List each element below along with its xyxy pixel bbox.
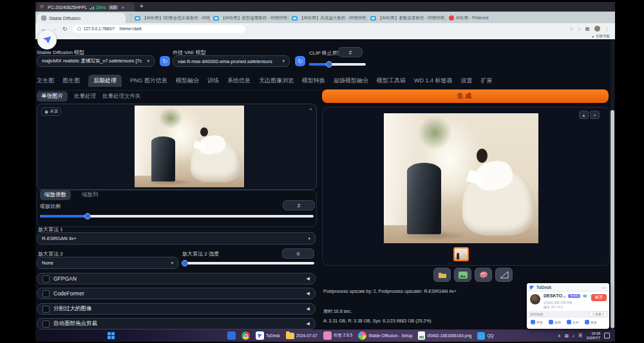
tab-system-info[interactable]: 系统信息 (227, 77, 251, 85)
tab-settings[interactable]: 设置 (461, 77, 473, 85)
vae-refresh-button[interactable]: ↻ (295, 56, 305, 66)
taskbar-app-widgets[interactable] (227, 331, 236, 340)
page-scrollbar[interactable] (611, 39, 614, 329)
generate-button[interactable]: 生成 (322, 89, 609, 103)
todesk-popup-titlebar[interactable]: ToDesk — (527, 283, 609, 292)
action-quality[interactable]: 画质 (549, 320, 561, 324)
clip-skip-slider[interactable] (309, 63, 366, 66)
taskbar-app-sd-setup[interactable]: Stable Diffusion - Setup (358, 331, 412, 340)
reload-icon[interactable]: ↻ (62, 26, 68, 32)
tab-img2img[interactable]: 图生图 (62, 77, 80, 85)
subtab-batch-process[interactable]: 批量处理 (74, 93, 96, 100)
browser-tab[interactable]: 【AI绘画】SD整合包安装教程 - 哔哩哔哩 (131, 14, 209, 22)
tab-png-info[interactable]: PNG 图片信息 (130, 77, 167, 85)
accordion-gfpgan[interactable]: GFPGAN ◀ (37, 273, 316, 284)
vae-dropdown[interactable]: vae-ft-mse-840000-ema-pruned.safetensors… (173, 55, 290, 67)
upscaler2-strength-slider[interactable] (182, 262, 314, 264)
toolbox-button[interactable]: 工具箱 1 (589, 311, 607, 317)
taskbar-app-huishi[interactable]: 绘世 2.6.5 (323, 331, 352, 340)
fullscreen-icon[interactable]: ▲ (579, 111, 589, 119)
profile-avatar[interactable] (594, 26, 600, 32)
tab-extensions[interactable]: 扩展 (481, 77, 493, 85)
disconnect-button[interactable]: 断开 (591, 294, 607, 301)
browser-tab[interactable]: 【AI绘画】参数设置教程 - 哔哩哔哩 (366, 14, 445, 22)
codeformer-checkbox[interactable] (43, 290, 50, 297)
source-image-dropzone[interactable]: ▣ 来源 × (37, 104, 317, 190)
browser-menu-icon[interactable]: ⋮ (605, 26, 610, 32)
action-sound[interactable]: 声音 (531, 320, 543, 324)
forward-icon[interactable]: → (52, 26, 57, 32)
tab-extras-active[interactable]: 后期处理 (88, 75, 122, 87)
upscaler2-dropdown[interactable]: None ▾ (37, 257, 178, 269)
open-folder-button[interactable] (433, 268, 451, 282)
browser-tab-active[interactable]: Stable Diffusion (37, 13, 126, 23)
tray-volume-icon[interactable]: ♪ (573, 333, 574, 338)
save-image-button[interactable] (454, 268, 471, 282)
face-crop-checkbox[interactable] (43, 320, 50, 328)
remote-session-tab[interactable]: PC-20240625HFPL 28ms 高清 × (37, 3, 135, 12)
tab-scale-by[interactable]: 缩放倍数 (40, 190, 71, 200)
taskbar-app-chrome[interactable] (242, 331, 250, 340)
gallery-thumbnail-selected[interactable] (453, 247, 469, 261)
image-icon (459, 272, 468, 279)
taskbar-clock[interactable]: 19:08 2024/7/7 (587, 331, 600, 340)
tab-scale-to[interactable]: 缩放到 (77, 190, 103, 200)
start-button[interactable] (108, 332, 115, 339)
tray-expand-icon[interactable]: ∧ (558, 333, 561, 338)
address-bar[interactable]: 127.0.0.1:7860/?__theme=dark (73, 25, 245, 33)
tab-train[interactable]: 训练 (207, 77, 219, 85)
tab-model-toolkit[interactable]: 模型工具箱 (377, 77, 406, 85)
resize-slider[interactable] (40, 215, 314, 218)
tab-wd-tagger[interactable]: WD 1.4 标签器 (414, 77, 453, 85)
taskbar-label: 绘世 2.6.5 (334, 333, 352, 338)
model-refresh-button[interactable]: ↻ (160, 56, 170, 66)
result-image[interactable] (384, 113, 538, 243)
send-to-extras-button[interactable] (475, 268, 492, 282)
gfpgan-checkbox[interactable] (43, 275, 50, 283)
upscaler1-dropdown[interactable]: R-ESRGAN 4x+ ▾ (37, 232, 316, 245)
new-session-button[interactable]: + (140, 3, 144, 10)
model-dropdown[interactable]: majicMIX realistic 麦橘写实_v7.safetensors [… (37, 55, 155, 67)
tab-model-converter[interactable]: 模型转换 (302, 77, 325, 85)
extensions-icon[interactable]: ▦ (585, 26, 589, 32)
accordion-codeformer[interactable]: CodeFormer ◀ (37, 288, 316, 299)
tab-image-browser[interactable]: 无边图像浏览 (259, 77, 294, 85)
source-chip[interactable]: ▣ 来源 (41, 107, 61, 116)
clear-image-icon[interactable]: × (309, 106, 312, 112)
action-file[interactable]: 文件 (567, 320, 579, 324)
all-bookmarks-button[interactable]: ▾ 全部书签 (592, 34, 610, 39)
accordion-split-oversized[interactable]: 分割过大的图像 ◀ (37, 303, 316, 315)
taskbar-png-file[interactable]: 00462-1661666164.png (418, 331, 471, 340)
tab-txt2img[interactable]: 文生图 (37, 77, 54, 85)
action-more[interactable]: 更多 (585, 320, 597, 324)
accordion-auto-face-crop[interactable]: 自动面部焦点剪裁 ◀ (37, 318, 316, 329)
taskbar-app-todesk[interactable]: ToDesk (256, 331, 280, 340)
minimize-icon[interactable]: — (601, 285, 606, 290)
source-image[interactable] (135, 106, 244, 187)
close-gallery-icon[interactable]: × (590, 111, 600, 119)
input-method-indicator[interactable]: 英 (578, 333, 583, 338)
notification-center-icon[interactable] (604, 333, 610, 338)
subtab-batch-folder[interactable]: 批量处理文件夹 (102, 93, 141, 100)
tray-network-icon[interactable]: ▤ (565, 333, 569, 338)
split-checkbox[interactable] (43, 306, 50, 313)
resize-value[interactable]: 2 (283, 200, 315, 210)
browser-tab[interactable]: 【AI绘画】模型使用教程 - 哔哩哔哩 (209, 14, 288, 22)
bookmark-star-icon[interactable]: ☆ (569, 26, 574, 32)
browser-tab[interactable]: AI绘画 - Pinterest (445, 14, 524, 22)
taskbar-folder[interactable]: 2024-07-07 (286, 333, 317, 339)
tab-checkpoint-merger[interactable]: 模型融合 (176, 77, 199, 85)
scrollbar-thumb[interactable] (611, 110, 614, 328)
close-session-icon[interactable]: × (122, 5, 125, 10)
tab-super-merger[interactable]: 超级模型融合 (334, 77, 368, 85)
upscaler2-strength-value[interactable]: 0 (282, 248, 314, 259)
download-icon[interactable]: ↓ (578, 26, 581, 32)
clip-skip-value[interactable]: 2 (338, 47, 363, 57)
browser-tab[interactable]: 【AI绘画】高清放大教程 - 哔哩哔哩 (288, 14, 366, 22)
taskbar-app-qq[interactable]: QQ (477, 332, 493, 340)
resize-tool-button[interactable] (495, 268, 513, 282)
voice-call-icon[interactable]: ☎ (582, 293, 587, 298)
subtab-single-image[interactable]: 单张图片 (37, 91, 68, 102)
todesk-floating-ball[interactable] (37, 30, 57, 50)
site-info-icon[interactable] (77, 27, 81, 31)
